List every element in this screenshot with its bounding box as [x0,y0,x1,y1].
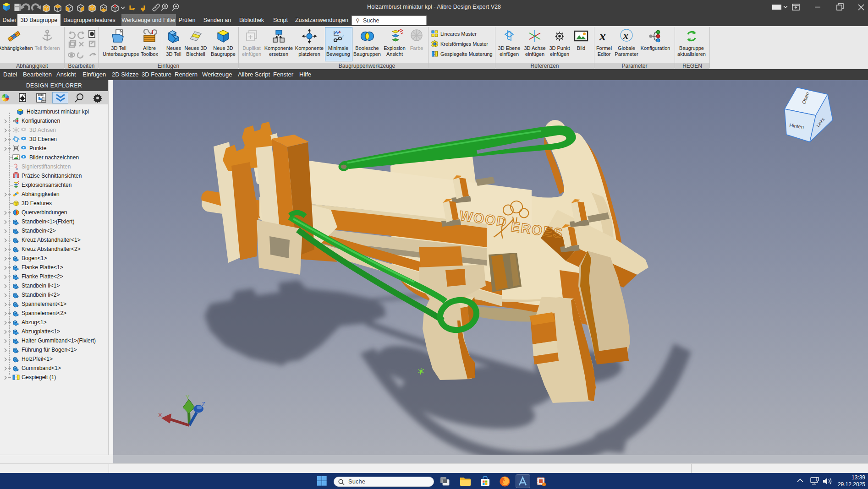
svg-text:x: x [599,29,606,43]
svg-text:X: X [158,412,162,418]
svg-text:Z: Z [202,401,205,408]
svg-text:x: x [623,30,628,41]
svg-text:Y: Y [186,394,190,401]
